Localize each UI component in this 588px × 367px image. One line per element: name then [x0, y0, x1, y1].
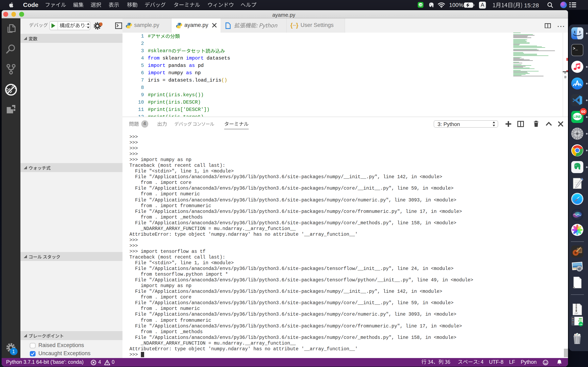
- svg-text:LINE: LINE: [573, 115, 581, 119]
- svg-text:LINE: LINE: [419, 4, 423, 6]
- svg-text:LINE: LINE: [579, 324, 582, 325]
- svg-text:>_: >_: [573, 46, 578, 51]
